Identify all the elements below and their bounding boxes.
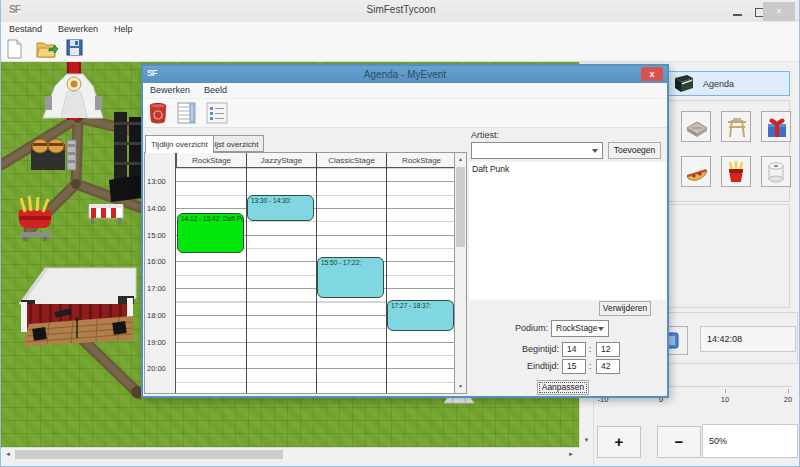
end-minute-field[interactable]: 42 [596, 359, 620, 374]
dialog-title: Agenda - MyEvent [143, 69, 667, 80]
shop-item-pizza[interactable] [681, 156, 711, 187]
menu-item-bewerken[interactable]: Bewerken [143, 83, 197, 97]
book-icon [673, 74, 695, 93]
zoom-in-button[interactable]: + [597, 426, 641, 458]
chevron-down-icon [598, 327, 604, 331]
column-header-classicstage: ClassicStage [316, 153, 386, 168]
add-artist-button[interactable]: Toevoegen [608, 142, 661, 159]
minimize-button[interactable] [729, 5, 747, 19]
schedule-scrollbar[interactable]: ▲▼ [454, 153, 466, 393]
artist-list-item[interactable]: Daft Punk [469, 162, 667, 174]
start-minute-field[interactable]: 12 [596, 342, 620, 357]
dialog-content: Tijdlijn overzichtLijst overzicht RockSt… [143, 128, 667, 396]
schedule-event[interactable]: 17:27 - 18:37: [387, 300, 454, 331]
schedule-timeline: RockStageJazzyStageClassicStageRockStage… [144, 152, 467, 394]
dialog-toolbar [143, 99, 667, 128]
scroll-up-icon[interactable]: ▲ [455, 153, 466, 166]
apply-button[interactable]: Aanpassen [537, 380, 589, 395]
time-display: 14:42:08 [700, 326, 796, 352]
slider-tick [788, 389, 789, 393]
shop-item-fries[interactable] [721, 156, 751, 187]
column-header-rockstage: RockStage [176, 153, 246, 168]
scroll-right-icon[interactable]: ► [564, 448, 578, 461]
schedule-event[interactable]: 13:30 - 14:30: [247, 195, 314, 222]
striped-stand [89, 204, 123, 224]
save-icon[interactable] [66, 39, 88, 59]
column-header-rockstage: RockStage [386, 153, 456, 168]
window-title: SimFestTycoon [1, 4, 800, 15]
slider-tick-label: 10 [710, 395, 740, 404]
shop-item-road[interactable] [681, 111, 711, 142]
map-horizontal-scrollbar[interactable]: ◄ ► [1, 447, 579, 461]
zoom-value-field[interactable]: 50% [702, 424, 798, 458]
open-folder-icon[interactable] [36, 39, 58, 59]
main-toolbar [1, 37, 800, 62]
time-label: 16:00 [147, 257, 166, 266]
scroll-down-icon[interactable]: ▼ [455, 380, 466, 393]
tab-tijdlijn-overzicht[interactable]: Tijdlijn overzicht [145, 135, 214, 153]
list-view-icon[interactable] [206, 102, 228, 124]
column-divider [386, 153, 387, 393]
start-hour-field[interactable]: 14 [562, 342, 586, 357]
schedule-event[interactable]: 14:12 - 15:42: Daft Punk [177, 213, 244, 253]
scrollbar-corner [579, 447, 593, 461]
column-divider [246, 153, 247, 393]
main-stage [19, 268, 136, 346]
time-label: 14:00 [147, 204, 166, 213]
close-button[interactable]: × [763, 2, 795, 21]
artist-label: Artiest: [471, 130, 499, 140]
menu-item-help[interactable]: Help [106, 22, 141, 36]
scroll-down-icon[interactable]: ▼ [580, 433, 593, 447]
podium-combobox[interactable]: RockStage [551, 320, 609, 337]
schedule-grid [176, 168, 454, 393]
new-file-icon[interactable] [6, 39, 28, 59]
timeline-view-icon[interactable] [177, 102, 199, 124]
time-colon: : [589, 361, 591, 371]
time-gutter [145, 153, 176, 393]
start-time-label: Begintijd: [511, 344, 559, 354]
slider-tick-label: 20 [773, 395, 800, 404]
end-hour-field[interactable]: 15 [562, 359, 586, 374]
time-label: 19:00 [147, 337, 166, 346]
menu-item-bewerken[interactable]: Bewerken [50, 22, 106, 36]
menu-item-beeld[interactable]: Beeld [197, 83, 234, 97]
time-label: 20:00 [147, 364, 166, 373]
horizontal-scroll-thumb[interactable] [15, 450, 283, 459]
time-label: 17:00 [147, 284, 166, 293]
burger-stand [31, 139, 65, 170]
schedule-scroll-thumb[interactable] [456, 167, 465, 247]
time-label: 18:00 [147, 310, 166, 319]
menu-board [67, 140, 76, 170]
agenda-dialog: SF Agenda - MyEvent x BewerkenBeeld Tijd… [141, 64, 669, 398]
podium-label: Podium: [498, 323, 548, 333]
remove-button[interactable]: Verwijderen [599, 301, 651, 316]
zoom-out-button[interactable]: − [657, 426, 701, 458]
dialog-titlebar[interactable]: SF Agenda - MyEvent x [143, 66, 667, 83]
time-label: 13:00 [147, 177, 166, 186]
main-menubar: BestandBewerkenHelp [1, 22, 800, 37]
time-colon: : [589, 344, 591, 354]
application-window: SF SimFestTycoon × BestandBewerkenHelp [1, 0, 799, 466]
menu-item-bestand[interactable]: Bestand [1, 22, 50, 36]
shop-item-gift[interactable] [761, 111, 791, 142]
trash-icon[interactable] [148, 102, 170, 124]
shop-item-gate[interactable] [721, 111, 751, 142]
artist-combobox[interactable] [471, 142, 603, 159]
shop-item-toilet-roll[interactable] [761, 156, 791, 187]
schedule-event[interactable]: 15:50 - 17:22: [317, 257, 384, 298]
scroll-left-icon[interactable]: ◄ [1, 448, 15, 461]
end-time-label: Eindtijd: [511, 361, 559, 371]
time-label: 15:00 [147, 230, 166, 239]
dialog-close-button[interactable]: x [641, 67, 663, 81]
entrance-gate [43, 74, 103, 118]
window-titlebar: SF SimFestTycoon × [1, 0, 800, 22]
artist-listbox[interactable]: Daft Punk [469, 162, 667, 300]
fries-stand [19, 196, 52, 241]
agenda-button-label: Agenda [703, 79, 734, 89]
slider-tick [725, 389, 726, 393]
chevron-down-icon [592, 149, 598, 153]
column-header-jazzystage: JazzyStage [246, 153, 316, 168]
dialog-menubar: BewerkenBeeld [143, 83, 667, 99]
